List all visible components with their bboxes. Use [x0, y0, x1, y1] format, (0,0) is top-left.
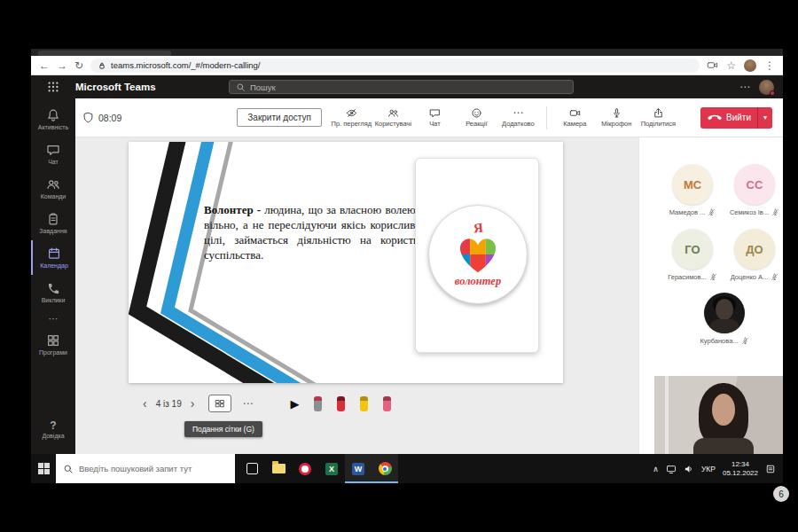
bookmark-star-icon[interactable]: ☆	[726, 60, 736, 71]
user-avatar[interactable]	[759, 80, 774, 95]
browser-profile-avatar[interactable]	[744, 59, 756, 72]
red-pen-tool[interactable]	[337, 396, 345, 411]
microphone-button[interactable]: Мікрофон	[596, 107, 638, 128]
participant-name: Доценко А...	[731, 273, 769, 281]
grid-view-button[interactable]	[208, 395, 231, 412]
meeting-item-label: Користувачі	[375, 120, 411, 128]
participant-meta: Герасимов...	[668, 273, 717, 281]
share-button[interactable]: Поділитися	[638, 107, 679, 128]
display-icon[interactable]	[666, 464, 677, 474]
notification-center-icon[interactable]	[765, 464, 776, 474]
taskbar-clock[interactable]: 12:34 05.12.2022	[723, 460, 758, 478]
status-dot	[770, 90, 775, 96]
sidebar-item-chat[interactable]: Чат	[31, 137, 75, 171]
participant-meta: Курбанова...	[700, 337, 748, 345]
browser-tab-strip[interactable]	[31, 49, 783, 56]
reactions-button[interactable]: Реакції	[456, 107, 497, 128]
teams-header-right: ⋯	[739, 80, 783, 95]
pointer-tool[interactable]: ▶	[290, 398, 299, 410]
sidebar-item-teams[interactable]: Команди	[31, 171, 75, 206]
microphone-icon	[610, 107, 623, 119]
system-tray: ∧ УКР 12:34 05.12.2022	[653, 460, 783, 478]
chat-button[interactable]: Чат	[414, 107, 456, 128]
share-icon	[652, 107, 665, 119]
bell-icon	[46, 108, 60, 122]
word-icon: W	[352, 463, 364, 475]
browser-toolbar: ← → ↻ teams.microsoft.com/_#/modern-call…	[31, 56, 783, 75]
meeting-control-bar: 08:09 Закрити доступ Пр. перегляд Корист…	[75, 98, 783, 137]
camera-button[interactable]: Камера	[554, 107, 596, 128]
colorful-heart-icon	[454, 235, 502, 274]
sidebar-label: Довідка	[42, 433, 64, 439]
header-more-icon[interactable]: ⋯	[739, 81, 750, 93]
back-button[interactable]: ←	[39, 60, 50, 71]
toolbar-icons: ☆ ⋮	[707, 59, 775, 72]
meeting-item-label: Реакції	[466, 120, 487, 128]
volunteer-badge: Я волонтер	[428, 205, 528, 304]
eraser-tool[interactable]	[314, 396, 322, 411]
sidebar-item-calls[interactable]: Виклики	[31, 275, 75, 309]
mic-muted-icon	[741, 337, 749, 345]
next-slide-button[interactable]: ›	[185, 396, 200, 411]
participant-name: Курбанова...	[700, 337, 738, 345]
slide-more-options[interactable]: ⋯	[242, 397, 253, 410]
people-icon	[387, 107, 400, 119]
sidebar-item-apps[interactable]: Програми	[31, 327, 75, 362]
presenter-view-button[interactable]: Пр. перегляд	[331, 107, 372, 128]
calendar-icon	[47, 246, 61, 261]
sidebar-item-activity[interactable]: Активність	[31, 102, 75, 137]
more-actions-button[interactable]: ⋯ Додатково	[497, 107, 539, 128]
participant-tile[interactable]: Курбанова...	[691, 293, 758, 345]
file-explorer-button[interactable]	[265, 454, 292, 483]
video-person-face	[712, 394, 735, 426]
tray-date: 05.12.2022	[723, 469, 758, 478]
participant-tile[interactable]: МС Мамедов ...	[659, 164, 726, 216]
overlay-page-badge: 6	[773, 486, 789, 502]
chevron-down-icon[interactable]: ▾	[758, 113, 772, 121]
tray-expand-icon[interactable]: ∧	[653, 465, 659, 473]
leave-meeting-button[interactable]: Вийти ▾	[700, 107, 772, 129]
video-background-detail	[665, 376, 669, 454]
task-view-button[interactable]	[239, 454, 265, 483]
sidebar-item-calendar[interactable]: Календар	[31, 240, 75, 275]
teams-search-bar[interactable]	[229, 80, 574, 94]
leave-label: Вийти	[726, 113, 751, 122]
opera-button[interactable]	[292, 454, 318, 483]
task-view-icon	[246, 463, 258, 474]
pink-pen-tool[interactable]	[383, 396, 391, 411]
excel-button[interactable]: X	[318, 454, 345, 483]
highlighter-tool[interactable]	[360, 396, 368, 411]
chrome-button[interactable]	[372, 454, 398, 483]
camera-indicator-icon[interactable]	[707, 59, 718, 71]
participant-tile[interactable]: ДО Доценко А...	[721, 229, 783, 281]
chat-icon	[46, 143, 60, 157]
taskbar-search-input[interactable]	[79, 464, 228, 473]
meeting-item-label: Пр. перегляд	[332, 120, 372, 128]
meeting-item-label: Чат	[429, 120, 440, 128]
sidebar-item-help[interactable]: ? Довідка	[31, 412, 75, 447]
browser-menu-icon[interactable]: ⋮	[764, 60, 775, 71]
windows-taskbar: X W ∧ УКР 12:34 05.12.2022	[31, 454, 783, 483]
more-icon: ⋯	[512, 107, 523, 119]
taskbar-search-box[interactable]	[56, 454, 235, 483]
self-video-tile[interactable]	[654, 376, 783, 454]
forward-button[interactable]: →	[57, 60, 67, 71]
refresh-button[interactable]: ↻	[74, 60, 83, 71]
close-access-button[interactable]: Закрити доступ	[237, 108, 322, 127]
start-button[interactable]	[31, 454, 56, 483]
participant-tile[interactable]: СС Семикоз Ів...	[721, 164, 783, 216]
sidebar-more-icon[interactable]: ⋯	[49, 309, 59, 327]
participant-avatar: СС	[734, 164, 775, 205]
participants-button[interactable]: Користувачі	[372, 107, 414, 128]
language-indicator[interactable]: УКР	[701, 465, 716, 473]
app-launcher-icon[interactable]	[31, 81, 75, 93]
sidebar-item-assignments[interactable]: Завдання	[31, 206, 75, 240]
teams-search-input[interactable]	[250, 82, 567, 92]
previous-slide-button[interactable]: ‹	[137, 396, 153, 411]
speaker-icon[interactable]	[684, 464, 694, 474]
sidebar-label: Завдання	[39, 228, 66, 234]
address-bar[interactable]: teams.microsoft.com/_#/modern-calling/	[90, 59, 700, 73]
participant-tile[interactable]: ГО Герасимов...	[659, 229, 726, 281]
word-button[interactable]: W	[345, 454, 372, 483]
grid-view-icon	[214, 397, 226, 410]
